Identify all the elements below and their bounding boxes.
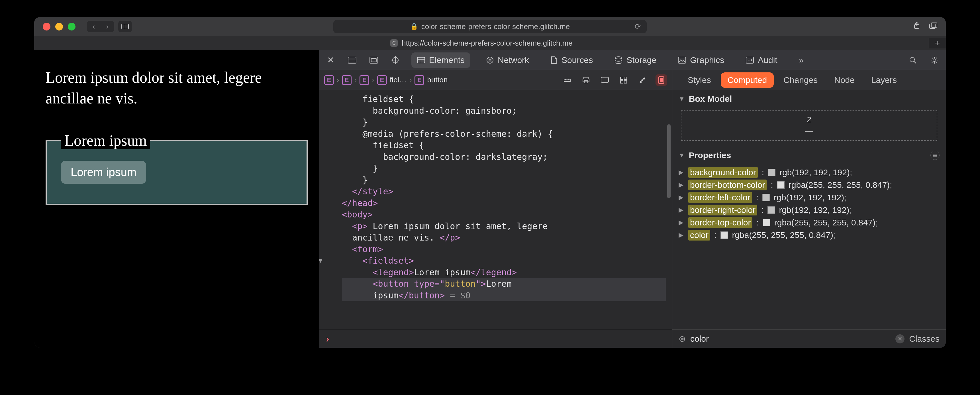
color-swatch[interactable] [763,219,770,226]
property-row[interactable]: ▶ border-right-color: rgb(192, 192, 192)… [679,205,940,215]
svg-rect-29 [601,77,609,82]
ruler-icon[interactable] [562,74,573,86]
preview-button[interactable]: Lorem ipsum [61,161,146,184]
property-name: border-right-color [688,205,757,215]
src-line: <button [342,279,414,289]
property-row[interactable]: ▶ background-color: rgb(192, 192, 192); [679,167,940,178]
src-line: <p> [342,221,368,231]
properties-header[interactable]: ▼ Properties ≡ [672,147,946,164]
property-value: rgba(255, 255, 255, 0.847) [789,180,890,190]
browser-tabs: C https://color-scheme-prefers-color-sch… [34,36,946,50]
sidebar-toggle-button[interactable] [118,21,132,32]
src-line: @media (prefers-color-scheme: dark) { [342,129,553,139]
boxmodel-header[interactable]: ▼ Box Model [672,90,946,108]
crumb-sep: › [337,76,339,84]
src-line: </p> [439,233,460,242]
tab-audit[interactable]: Audit [740,53,783,68]
crumb-badge[interactable]: E [415,75,424,85]
src-line: Lorem ipsum [414,267,471,277]
properties-filter-icon[interactable]: ≡ [931,151,940,160]
tabs-overview-button[interactable] [929,22,937,32]
tab-layers[interactable]: Layers [864,72,904,88]
property-row[interactable]: ▶ border-left-color: rgb(192, 192, 192); [679,192,940,203]
property-row[interactable]: ▶ border-top-color: rgba(255, 255, 255, … [679,217,940,228]
browser-tab[interactable]: C https://color-scheme-prefers-color-sch… [34,39,929,48]
tab-graphics[interactable]: Graphics [672,53,730,68]
crumb-badge[interactable]: E [342,75,352,85]
crumb-fieldset[interactable]: fiel… [390,75,407,84]
scrollbar[interactable] [666,90,672,330]
tab-elements-label: Elements [429,55,465,65]
src-line: <fieldset> [342,256,414,266]
back-button[interactable]: ‹ [87,21,100,32]
network-icon [486,56,494,64]
tab-computed[interactable]: Computed [721,72,774,88]
share-button[interactable] [913,22,921,32]
print-icon[interactable] [580,74,592,86]
color-swatch[interactable] [777,181,784,189]
svg-rect-17 [678,57,686,63]
scroll-thumb[interactable] [667,124,671,198]
svg-rect-31 [620,77,623,80]
properties-filter-row: ⊜ ✕ Classes [672,330,946,348]
crumb-badge[interactable]: E [377,75,387,85]
element-picker-icon[interactable] [390,56,401,64]
disclosure-triangle-icon: ▶ [679,219,684,226]
property-row[interactable]: ▶ border-bottom-color: rgba(255, 255, 25… [679,180,940,190]
dock-right-icon[interactable] [368,57,379,64]
svg-rect-12 [417,57,425,63]
tab-sources[interactable]: Sources [545,53,598,68]
console-drawer[interactable]: › [319,330,672,348]
device-icon[interactable] [599,74,611,86]
property-value: rgb(192, 192, 192) [779,205,849,215]
color-swatch[interactable] [721,231,728,239]
address-bar[interactable]: 🔒 color-scheme-prefers-color-scheme.glit… [333,20,647,33]
classes-button[interactable]: Classes [909,334,940,344]
close-devtools-button[interactable]: ✕ [325,55,336,65]
tab-network-label: Network [498,55,529,65]
compositing-icon[interactable] [655,74,667,86]
paint-icon[interactable] [637,74,648,86]
svg-point-16 [615,57,622,59]
crumb-tools [562,74,667,86]
color-swatch[interactable] [768,169,775,176]
dock-bottom-icon[interactable] [347,57,358,64]
devtools-left: E › E › E › E fiel… › E button [319,70,672,348]
boxmodel-title: Box Model [689,94,732,104]
svg-rect-36 [660,78,663,82]
svg-rect-33 [620,81,623,83]
color-swatch[interactable] [767,206,775,214]
tab-node[interactable]: Node [827,72,861,88]
crumb-badge[interactable]: E [324,75,334,85]
devtools: ✕ Elements Network Sources [319,50,946,348]
crumb-badge[interactable]: E [360,75,369,85]
new-tab-button[interactable]: + [929,38,946,48]
tab-styles[interactable]: Styles [681,72,718,88]
property-row[interactable]: ▶ color: rgba(255, 255, 255, 0.847); [679,230,940,241]
minimize-window-button[interactable] [55,23,63,30]
search-button[interactable] [907,56,918,64]
source-panel[interactable]: ▼ ▼ ▼ ▼ fieldset { background-color: gai… [319,90,666,330]
filter-icon: ⊜ [679,334,686,344]
clear-filter-button[interactable]: ✕ [896,334,905,343]
tab-network[interactable]: Network [480,53,535,68]
zoom-window-button[interactable] [68,23,75,30]
elements-icon [417,57,425,63]
tab-elements[interactable]: Elements [411,53,470,68]
reload-button[interactable]: ⟳ [635,22,641,31]
close-window-button[interactable] [43,23,51,30]
svg-rect-4 [931,23,937,27]
tab-storage[interactable]: Storage [609,53,662,68]
tab-changes[interactable]: Changes [776,72,824,88]
color-swatch[interactable] [762,194,770,201]
grid-icon[interactable] [618,74,629,86]
crumb-button[interactable]: button [427,75,447,84]
graphics-icon [678,57,686,64]
settings-button[interactable] [929,56,940,64]
properties-filter-input[interactable] [690,334,891,344]
forward-button[interactable]: › [100,21,114,32]
preview-fieldset: Lorem ipsum Lorem ipsum [46,132,308,205]
src-line: } [342,117,368,127]
src-line: background-color: darkslategray; [342,152,547,162]
overflow-button[interactable]: » [796,55,807,65]
